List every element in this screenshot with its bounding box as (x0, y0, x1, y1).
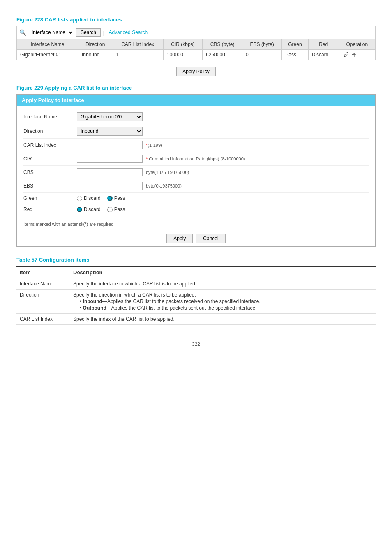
col-direction: Direction (78, 39, 112, 50)
figure228-section: Figure 228 CAR lists applied to interfac… (16, 16, 376, 76)
figure229-section: Figure 229 Applying a CAR list to an int… (16, 85, 376, 247)
direction-label: Direction (23, 128, 77, 134)
ebs-input[interactable] (77, 182, 143, 190)
config-col-item: Item (16, 266, 70, 278)
page-number: 322 (16, 341, 376, 347)
apply-policy-panel: Apply Policy to Interface Interface Name… (16, 94, 376, 247)
col-cir: CIR (kbps) (163, 39, 202, 50)
required-note: Items marked with an asterisk(*) are req… (23, 222, 113, 227)
config-desc-cell: Specify the direction in which a CAR lis… (70, 290, 376, 314)
table-row: GigabitEthernet0/1 Inbound 1 100000 6250… (17, 50, 376, 60)
car-list-index-label: CAR List Index (23, 142, 77, 148)
apply-button[interactable]: Apply (166, 234, 193, 243)
cbs-label: CBS (23, 169, 77, 175)
config-description: Specify the index of the CAR list to be … (73, 316, 372, 322)
search-dropdown[interactable]: Interface Name (28, 28, 74, 37)
cell-red: Discard (308, 50, 339, 60)
col-red: Red (308, 39, 339, 50)
search-bar: 🔍 Interface Name Search | Advanced Searc… (16, 26, 376, 39)
config-description: Specify the interface to which a CAR lis… (73, 281, 372, 287)
config-desc-cell: Specify the index of the CAR list to be … (70, 314, 376, 325)
search-button[interactable]: Search (76, 28, 101, 37)
config-item: CAR List Index (16, 314, 70, 325)
cell-cir: 100000 (163, 50, 202, 60)
figure229-title: Figure 229 Applying a CAR list to an int… (16, 85, 376, 91)
ebs-row: EBS byte(0-19375000) (23, 179, 369, 193)
table57-section: Table 57 Configuration items Item Descri… (16, 257, 376, 325)
red-pass-radio[interactable] (107, 207, 113, 212)
config-desc-cell: Specify the interface to which a CAR lis… (70, 278, 376, 290)
edit-icon[interactable]: 🖊 (343, 51, 349, 58)
interface-name-label: Interface Name (23, 114, 77, 120)
config-item: Direction (16, 290, 70, 314)
advanced-search-link[interactable]: Advanced Search (108, 30, 148, 35)
car-list-index-row: CAR List Index *(1-199) (23, 139, 369, 152)
car-list-index-input[interactable] (77, 141, 143, 149)
cell-cbs: 6250000 (203, 50, 242, 60)
interface-name-select[interactable]: GigabitEthernet0/0 (77, 112, 143, 121)
green-row: Green Discard Pass (23, 193, 369, 204)
apply-policy-area: Apply Policy (16, 67, 376, 76)
col-cbs: CBS (byte) (203, 39, 242, 50)
car-list-index-hint: *(1-199) (146, 143, 162, 148)
table-row: Direction Specify the direction in which… (16, 290, 376, 314)
green-pass-label[interactable]: Pass (107, 195, 125, 201)
cancel-button[interactable]: Cancel (196, 234, 225, 243)
cbs-hint: byte(1875-19375000) (146, 170, 189, 175)
cbs-input[interactable] (77, 168, 143, 176)
table57-title: Table 57 Configuration items (16, 257, 376, 263)
form-footer: Items marked with an asterisk(*) are req… (17, 219, 375, 231)
col-operation: Operation (339, 39, 375, 50)
form-actions: Apply Cancel (17, 231, 375, 246)
config-item: Interface Name (16, 278, 70, 290)
col-car-list-index: CAR List Index (112, 39, 163, 50)
apply-policy-button[interactable]: Apply Policy (176, 67, 215, 76)
cell-ebs: 0 (242, 50, 282, 60)
bullet-item: Outbound—Applies the CAR list to the pac… (80, 305, 372, 311)
green-discard-label[interactable]: Discard (77, 195, 101, 201)
col-ebs: EBS (byte) (242, 39, 282, 50)
config-table: Item Description Interface Name Specify … (16, 266, 376, 325)
bullet-item: Inbound—Applies the CAR list to the pack… (80, 299, 372, 304)
config-description: Specify the direction in which a CAR lis… (73, 292, 372, 298)
green-pass-radio[interactable] (107, 196, 113, 201)
table-row: CAR List Index Specify the index of the … (16, 314, 376, 325)
figure228-title: Figure 228 CAR lists applied to interfac… (16, 16, 376, 23)
delete-icon[interactable]: 🗑 (352, 52, 357, 58)
interface-name-row: Interface Name GigabitEthernet0/0 (23, 110, 369, 124)
cir-label: CIR (23, 156, 77, 162)
cell-green: Pass (282, 50, 309, 60)
col-green: Green (282, 39, 309, 50)
green-discard-radio[interactable] (77, 196, 82, 201)
table-row: Interface Name Specify the interface to … (16, 278, 376, 290)
cell-car-list-index: 1 (112, 50, 163, 60)
cir-input[interactable] (77, 155, 143, 163)
panel-header: Apply Policy to Interface (17, 95, 375, 106)
cir-row: CIR * Committed Information Rate (kbps) … (23, 152, 369, 166)
form-body: Interface Name GigabitEthernet0/0 Direct… (17, 106, 375, 219)
col-interface-name: Interface Name (17, 39, 78, 50)
cell-direction: Inbound (78, 50, 112, 60)
cbs-row: CBS byte(1875-19375000) (23, 166, 369, 179)
ebs-hint: byte(0-19375000) (146, 183, 182, 188)
search-icon: 🔍 (19, 29, 26, 36)
cir-hint: * Committed Information Rate (kbps) (8-1… (146, 156, 245, 161)
red-discard-radio[interactable] (77, 207, 82, 212)
red-discard-label[interactable]: Discard (77, 206, 101, 212)
car-lists-table: Interface Name Direction CAR List Index … (16, 39, 376, 60)
cell-operation: 🖊 🗑 (339, 50, 375, 60)
red-row: Red Discard Pass (23, 204, 369, 215)
cell-interface-name: GigabitEthernet0/1 (17, 50, 78, 60)
red-label: Red (23, 206, 77, 212)
red-radio-group: Discard Pass (77, 206, 125, 212)
green-radio-group: Discard Pass (77, 195, 125, 201)
ebs-label: EBS (23, 183, 77, 189)
divider: | (102, 30, 104, 36)
green-label: Green (23, 195, 77, 201)
config-col-description: Description (70, 266, 376, 278)
direction-row: Direction Inbound Outbound (23, 124, 369, 139)
red-pass-label[interactable]: Pass (107, 206, 125, 212)
direction-select[interactable]: Inbound Outbound (77, 127, 143, 136)
